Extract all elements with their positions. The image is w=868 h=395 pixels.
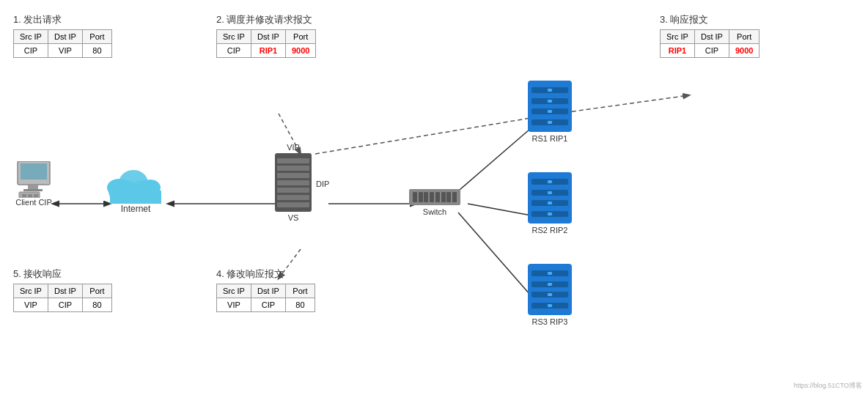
t3-r0c1: CIP: [694, 44, 729, 58]
t1-h1: Dst IP: [48, 30, 82, 44]
cloud-svg: [103, 161, 169, 209]
section-5-label: 5. 接收响应: [13, 267, 112, 281]
watermark: https://blog.51CTO博客: [794, 381, 862, 391]
rs1-line-4: [532, 119, 568, 125]
t3-h2: Port: [729, 30, 759, 44]
table-2: Src IP Dst IP Port CIP RIP1 9000: [216, 29, 316, 58]
section-5: 5. 接收响应 Src IP Dst IP Port VIP CIP 80: [13, 267, 112, 312]
rs2-label: RS2 RIP2: [532, 226, 568, 235]
diagram-container: 1. 发出请求 Src IP Dst IP Port CIP VIP 80 2.…: [0, 0, 868, 395]
rs1-node: RS1 RIP1: [528, 81, 572, 143]
vs-rack-1: [277, 158, 309, 163]
t4-h2: Port: [285, 284, 315, 298]
vs-rack-3: [277, 173, 309, 178]
t2-h1: Dst IP: [251, 30, 285, 44]
svg-rect-13: [23, 189, 43, 191]
t3-h1: Dst IP: [694, 30, 729, 44]
rs1-line-2: [532, 98, 568, 104]
svg-line-3: [455, 125, 535, 194]
t2-r0c0: CIP: [217, 44, 251, 58]
rs3-node: RS3 RIP3: [528, 264, 572, 326]
table-1: Src IP Dst IP Port CIP VIP 80: [13, 29, 112, 58]
section-3: 3. 响应报文 Src IP Dst IP Port RIP1 CIP 9000: [660, 13, 760, 58]
monitor-svg: [15, 161, 53, 198]
rs3-label: RS3 RIP3: [532, 317, 568, 326]
t5-r0c0: VIP: [14, 298, 48, 312]
rs3-box: [528, 264, 572, 315]
section-1: 1. 发出请求 Src IP Dst IP Port CIP VIP 80: [13, 13, 112, 58]
section-1-label: 1. 发出请求: [13, 13, 112, 26]
t1-h0: Src IP: [14, 30, 48, 44]
vs-vip-label: VIP: [287, 143, 300, 152]
t1-r0c0: CIP: [14, 44, 48, 58]
vs-node: VIP VS DIP: [275, 143, 312, 222]
t4-h1: Dst IP: [251, 284, 285, 298]
table-3: Src IP Dst IP Port RIP1 CIP 9000: [660, 29, 760, 58]
t4-r0c1: CIP: [251, 298, 285, 312]
table-4: Src IP Dst IP Port VIP CIP 80: [216, 284, 315, 312]
rs2-line-4: [532, 211, 568, 217]
switch-port-7: [446, 192, 451, 202]
svg-line-4: [468, 204, 535, 216]
rs3-line-1: [532, 270, 568, 276]
t4-r0c2: 80: [285, 298, 315, 312]
rs1-line-3: [532, 108, 568, 114]
svg-line-7: [557, 95, 689, 114]
section-3-label: 3. 响应报文: [660, 13, 760, 26]
rs3-line-2: [532, 281, 568, 287]
t1-r0c2: 80: [82, 44, 111, 58]
t5-h1: Dst IP: [48, 284, 82, 298]
rs2-box: [528, 172, 572, 224]
t2-r0c2: 9000: [285, 44, 315, 58]
client-icon: Client CIP: [15, 161, 53, 207]
svg-rect-11: [21, 163, 47, 180]
svg-rect-17: [34, 194, 38, 197]
switch-port-3: [424, 192, 428, 202]
internet-node: Internet: [103, 161, 169, 214]
rs2-line-2: [532, 190, 568, 196]
svg-line-6: [315, 114, 557, 154]
switch-port-8: [452, 192, 457, 202]
switch-port-6: [441, 192, 446, 202]
rs1-line-1: [532, 87, 568, 93]
vs-rack-6: [277, 195, 309, 200]
t2-h2: Port: [285, 30, 315, 44]
svg-rect-23: [110, 191, 161, 204]
rs2-icon: RS2 RIP2: [528, 172, 572, 235]
t3-r0c0: RIP1: [661, 44, 695, 58]
t1-r0c1: VIP: [48, 44, 82, 58]
vs-rack-2: [277, 166, 309, 171]
rs2-line-3: [532, 200, 568, 206]
rs2-node: RS2 RIP2: [528, 172, 572, 235]
client-node: Client CIP: [15, 161, 53, 207]
t3-r0c2: 9000: [729, 44, 759, 58]
client-label: Client CIP: [15, 198, 52, 207]
svg-rect-15: [22, 194, 26, 197]
svg-rect-12: [28, 185, 38, 189]
t2-r0c1: RIP1: [251, 44, 285, 58]
switch-port-5: [435, 192, 440, 202]
rs1-label: RS1 RIP1: [532, 134, 568, 143]
vs-rack-4: [277, 180, 309, 185]
t2-h0: Src IP: [217, 30, 251, 44]
section-2: 2. 调度并修改请求报文 Src IP Dst IP Port CIP RIP1…: [216, 13, 316, 58]
rs3-line-4: [532, 303, 568, 309]
t5-h2: Port: [82, 284, 111, 298]
rs1-box: [528, 81, 572, 132]
switch-node: Switch: [409, 189, 460, 216]
section-2-label: 2. 调度并修改请求报文: [216, 13, 316, 26]
switch-icon: Switch: [409, 189, 460, 216]
vs-label: VS: [288, 213, 299, 222]
switch-label: Switch: [423, 207, 446, 216]
svg-rect-16: [28, 194, 32, 197]
switch-port-1: [413, 192, 417, 202]
t5-r0c2: 80: [82, 298, 111, 312]
t4-r0c0: VIP: [217, 298, 251, 312]
t1-h2: Port: [82, 30, 111, 44]
section-4: 4. 修改响应报文 Src IP Dst IP Port VIP CIP 80: [216, 267, 315, 312]
rs3-line-3: [532, 292, 568, 298]
switch-body: [409, 189, 460, 205]
switch-port-2: [419, 192, 423, 202]
vs-rack-7: [277, 202, 309, 207]
t3-h0: Src IP: [661, 30, 695, 44]
